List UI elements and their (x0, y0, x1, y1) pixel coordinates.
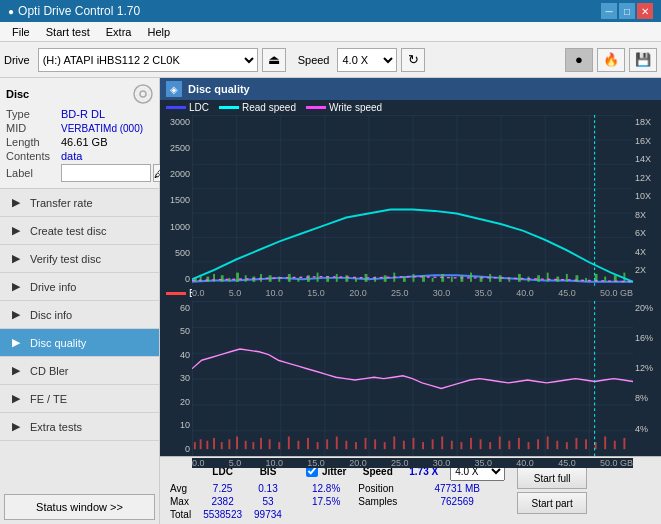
svg-rect-42 (518, 274, 521, 282)
svg-rect-60 (213, 438, 215, 449)
maximize-button[interactable]: □ (619, 3, 635, 19)
menu-file[interactable]: File (4, 24, 38, 40)
svg-rect-102 (604, 436, 606, 449)
svg-rect-48 (575, 275, 578, 282)
nav-disc-info[interactable]: ▶ Disc info (0, 301, 159, 329)
refresh-button[interactable]: ↻ (401, 48, 425, 72)
window-controls: ─ □ ✕ (601, 3, 653, 19)
nav-extra-tests[interactable]: ▶ Extra tests (0, 413, 159, 441)
bottom-chart-svg-wrapper: 0.0 5.0 10.0 15.0 20.0 25.0 30.0 35.0 40… (192, 301, 633, 456)
app-title-area: ● Opti Drive Control 1.70 (8, 4, 140, 18)
close-button[interactable]: ✕ (637, 3, 653, 19)
nav-fe-te-label: FE / TE (30, 393, 67, 405)
menu-extra[interactable]: Extra (98, 24, 140, 40)
svg-rect-21 (317, 273, 319, 282)
start-part-button[interactable]: Start part (517, 492, 587, 514)
svg-rect-91 (499, 436, 501, 449)
start-full-button[interactable]: Start full (517, 467, 587, 489)
legend-read-speed-color (219, 106, 239, 109)
svg-rect-69 (288, 436, 290, 449)
toolbar: Drive (H:) ATAPI iHBS112 2 CL0K ⏏ Speed … (0, 42, 661, 78)
eject-button[interactable]: ⏏ (262, 48, 286, 72)
svg-rect-58 (200, 439, 202, 449)
burn-button[interactable]: 🔥 (597, 48, 625, 72)
nav-disc-quality[interactable]: ▶ Disc quality (0, 329, 159, 357)
svg-rect-22 (326, 277, 329, 282)
legend-ldc-color (166, 106, 186, 109)
nav-fe-te[interactable]: ▶ FE / TE (0, 385, 159, 413)
length-value: 46.61 GB (61, 136, 153, 148)
mid-label: MID (6, 122, 61, 134)
svg-rect-11 (228, 278, 230, 282)
label-label: Label (6, 167, 61, 179)
verify-test-disc-icon: ▶ (8, 251, 24, 267)
bottom-y-right-axis: 20% 16% 12% 8% 4% (633, 301, 661, 456)
nav-drive-info[interactable]: ▶ Drive info (0, 273, 159, 301)
position-label: Position (352, 482, 403, 495)
avg-bis: 0.13 (248, 482, 288, 495)
total-bis: 99734 (248, 508, 288, 521)
label-input[interactable] (61, 164, 151, 182)
svg-rect-67 (269, 439, 271, 449)
sidebar-nav: ▶ Transfer rate ▶ Create test disc ▶ Ver… (0, 189, 159, 490)
samples-label: Samples (352, 495, 403, 508)
create-test-disc-icon: ▶ (8, 223, 24, 239)
menu-start-test[interactable]: Start test (38, 24, 98, 40)
chart-title: Disc quality (188, 83, 250, 95)
drive-label: Drive (4, 54, 30, 66)
svg-rect-100 (585, 439, 587, 449)
svg-rect-82 (413, 438, 415, 449)
status-window-button[interactable]: Status window >> (4, 494, 155, 520)
svg-point-2 (137, 88, 149, 100)
stats-table: LDC BIS Jitter Speed 1.73 X 4.0 X (164, 460, 511, 521)
drive-select[interactable]: (H:) ATAPI iHBS112 2 CL0K (38, 48, 258, 72)
speed-select[interactable]: 4.0 X (337, 48, 397, 72)
nav-cd-bler-label: CD Bler (30, 365, 69, 377)
legend-bis-color (166, 292, 186, 295)
svg-rect-70 (297, 440, 299, 448)
svg-rect-76 (355, 442, 357, 449)
disc-icon (133, 84, 153, 104)
disc-header: Disc (6, 84, 153, 104)
extra-tests-icon: ▶ (8, 419, 24, 435)
transfer-rate-icon: ▶ (8, 195, 24, 211)
nav-drive-info-label: Drive info (30, 281, 76, 293)
svg-rect-81 (403, 440, 405, 448)
svg-rect-24 (345, 275, 348, 282)
length-label: Length (6, 136, 61, 148)
svg-rect-28 (384, 275, 387, 282)
svg-rect-73 (326, 439, 328, 449)
svg-rect-59 (206, 440, 208, 448)
svg-rect-63 (236, 436, 238, 449)
svg-rect-8 (206, 277, 209, 282)
svg-rect-66 (260, 438, 262, 449)
svg-rect-51 (604, 277, 606, 282)
type-value: BD-R DL (61, 108, 153, 120)
nav-create-test-disc-label: Create test disc (30, 225, 106, 237)
minimize-button[interactable]: ─ (601, 3, 617, 19)
contents-value: data (61, 150, 153, 162)
svg-rect-88 (470, 438, 472, 449)
fe-te-icon: ▶ (8, 391, 24, 407)
max-bis: 53 (248, 495, 288, 508)
menubar: File Start test Extra Help (0, 22, 661, 42)
nav-cd-bler[interactable]: ▶ CD Bler (0, 357, 159, 385)
top-chart-svg-wrapper: 0.0 5.0 10.0 15.0 20.0 25.0 30.0 35.0 40… (192, 115, 633, 286)
sidebar: Disc Type BD-R DL MID VERBATIMd (000) L (0, 78, 160, 524)
nav-transfer-rate[interactable]: ▶ Transfer rate (0, 189, 159, 217)
nav-create-test-disc[interactable]: ▶ Create test disc (0, 217, 159, 245)
samples-value: 762569 (403, 495, 511, 508)
nav-verify-test-disc[interactable]: ▶ Verify test disc (0, 245, 159, 273)
disc-mid-row: MID VERBATIMd (000) (6, 122, 153, 134)
disc-button[interactable]: ● (565, 48, 593, 72)
save-button[interactable]: 💾 (629, 48, 657, 72)
svg-rect-37 (470, 273, 472, 282)
legend-read-speed-label: Read speed (242, 102, 296, 113)
max-jitter: 17.5% (300, 495, 352, 508)
svg-rect-89 (480, 439, 482, 449)
svg-rect-93 (518, 438, 520, 449)
svg-rect-96 (547, 436, 549, 449)
app-icon: ● (8, 6, 14, 17)
chart-icon: ◈ (166, 81, 182, 97)
menu-help[interactable]: Help (139, 24, 178, 40)
